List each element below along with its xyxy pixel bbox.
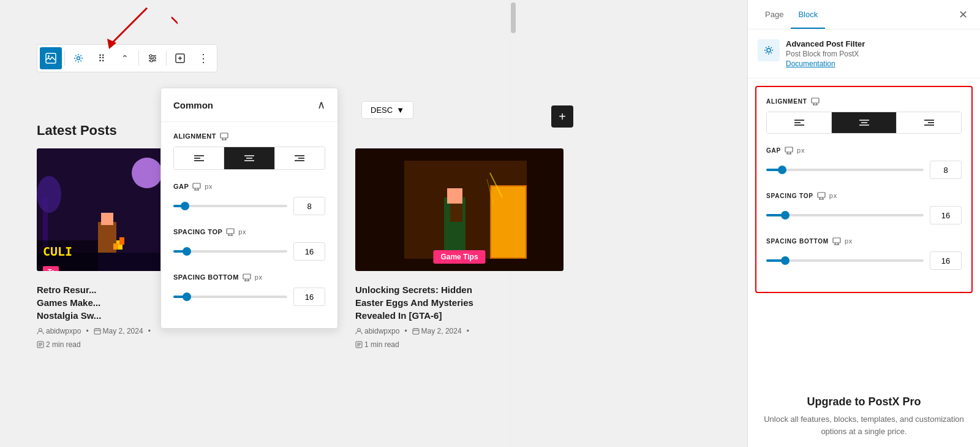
svg-line-0 — [172, 17, 178, 60]
plugin-name: Advanced Post Filter — [786, 39, 970, 48]
gap-label: GAP px — [173, 182, 325, 191]
svg-rect-68 — [193, 183, 200, 188]
sidebar-alignment-label: ALIGNMENT — [766, 97, 962, 105]
sidebar-gap-label: GAP px — [766, 146, 962, 155]
sidebar-gap-value[interactable]: 8 — [930, 161, 962, 179]
alignment-setting: ALIGNMENT — [173, 132, 325, 170]
svg-point-80 — [767, 48, 771, 52]
align-right-btn[interactable] — [275, 147, 325, 169]
scrollbar-thumb[interactable] — [511, 2, 516, 33]
svg-point-6 — [77, 57, 80, 60]
svg-rect-24 — [113, 243, 118, 250]
sidebar-spacing-bottom-slider-track — [766, 259, 924, 262]
upgrade-desc: Unlock all features, blocks, templates, … — [758, 413, 970, 437]
sidebar-gap-slider-thumb[interactable] — [778, 166, 786, 174]
alignment-buttons — [173, 147, 325, 170]
svg-line-2 — [110, 8, 147, 45]
toolbar-divider-1 — [64, 51, 65, 66]
monitor-icon-spacing-top — [226, 227, 235, 236]
sidebar-monitor-icon — [811, 97, 820, 105]
sidebar-alignment-setting: ALIGNMENT — [766, 97, 962, 134]
sidebar-gap-slider-track — [766, 169, 924, 171]
sidebar-spacing-top-setting: SPACING TOP px 16 — [766, 191, 962, 224]
svg-rect-23 — [119, 237, 124, 245]
sidebar-gap-slider-row: 8 — [766, 161, 962, 179]
sidebar-gap-setting: GAP px 8 — [766, 146, 962, 179]
plugin-docs-link[interactable]: Documentation — [786, 59, 970, 68]
spacing-bottom-slider-track — [173, 296, 287, 298]
svg-rect-94 — [785, 147, 793, 152]
desc-sort-btn[interactable]: DESC ▼ — [361, 101, 413, 119]
sidebar-spacing-bottom-slider-thumb[interactable] — [781, 256, 790, 265]
gap-slider-thumb[interactable] — [181, 202, 189, 210]
sidebar-monitor-icon-sb — [832, 237, 841, 245]
post-author-2: abidwpxpo — [355, 327, 399, 335]
align-left-btn[interactable] — [174, 147, 224, 169]
align-center-btn[interactable] — [224, 147, 274, 169]
spacing-bottom-slider-row: 16 — [173, 288, 325, 306]
svg-rect-40 — [491, 186, 526, 258]
sidebar-spacing-bottom-slider-row: 16 — [766, 251, 962, 270]
svg-rect-76 — [243, 274, 251, 279]
svg-rect-81 — [812, 98, 819, 103]
plugin-info: Advanced Post Filter Post Block from Pos… — [748, 29, 980, 78]
alignment-label: ALIGNMENT — [173, 132, 325, 140]
upgrade-section: Upgrade to PostX Pro Unlock all features… — [748, 386, 980, 447]
post-card-2: Game Tips Unlocking Secrets: HiddenEaste… — [355, 148, 502, 349]
sidebar-align-right-btn[interactable] — [897, 112, 961, 133]
spacing-top-setting: SPACING TOP px 16 — [173, 227, 325, 261]
spacing-top-slider-row: 16 — [173, 242, 325, 261]
spacing-bottom-value[interactable]: 16 — [293, 288, 325, 306]
spacing-bottom-setting: SPACING BOTTOM px 16 — [173, 273, 325, 306]
upgrade-title: Upgrade to PostX Pro — [758, 395, 970, 408]
spacing-bottom-label: SPACING BOTTOM px — [173, 273, 325, 281]
sidebar-close-btn[interactable]: ✕ — [956, 6, 970, 24]
post-date-1: May 2, 2024 — [94, 327, 143, 335]
main-content: ⠿ ⌃ ⋮ DESC — [0, 0, 747, 447]
plugin-icon — [758, 39, 780, 61]
tab-block[interactable]: Block — [791, 1, 825, 29]
post-meta-2: abidwpxpo • May 2, 2024 • 1 min read — [355, 327, 502, 349]
post-author-1: abidwpxpo — [37, 327, 81, 335]
svg-rect-21 — [101, 213, 113, 225]
spacing-top-slider-thumb[interactable] — [183, 247, 191, 256]
post-meta-1: abidwpxpo • May 2, 2024 • 2 min read — [37, 327, 184, 349]
common-panel-body: ALIGNMENT — [161, 122, 337, 328]
post-badge-1: Tr — [43, 266, 59, 271]
sidebar-monitor-icon-gap — [785, 146, 793, 155]
toolbar-more-btn[interactable]: ⋮ — [192, 47, 214, 69]
monitor-icon-spacing-bottom — [243, 273, 251, 281]
sidebar-spacing-top-slider-thumb[interactable] — [781, 211, 790, 220]
post-readtime-1: 2 min read — [37, 340, 81, 349]
sidebar-spacing-bottom-value[interactable]: 16 — [930, 251, 962, 270]
gap-value[interactable]: 8 — [293, 197, 325, 215]
toolbar-settings-btn[interactable] — [67, 47, 89, 69]
plugin-desc: Post Block from PostX — [786, 50, 970, 58]
sidebar-spacing-top-value[interactable]: 16 — [930, 206, 962, 224]
sidebar-spacing-bottom-setting: SPACING BOTTOM px 16 — [766, 237, 962, 270]
svg-rect-98 — [818, 193, 825, 197]
tab-page[interactable]: Page — [758, 1, 791, 29]
spacing-top-label: SPACING TOP px — [173, 227, 325, 236]
common-panel-collapse-btn[interactable]: ∧ — [317, 98, 325, 112]
toolbar-image-btn[interactable] — [40, 47, 62, 69]
monitor-icon — [220, 132, 228, 140]
post-image-2: Game Tips — [355, 148, 564, 271]
post-title-2: Unlocking Secrets: HiddenEaster Eggs And… — [355, 283, 564, 322]
sidebar-align-left-btn[interactable] — [767, 112, 832, 133]
spacing-top-value[interactable]: 16 — [293, 242, 325, 261]
sidebar-align-center-btn[interactable] — [832, 112, 897, 133]
post-readtime-2: 1 min read — [355, 340, 399, 349]
common-panel: Common ∧ ALIGNMENT — [160, 88, 338, 329]
svg-rect-42 — [447, 188, 462, 204]
sidebar-settings-panel: ALIGNMENT — [755, 86, 973, 293]
svg-point-19 — [37, 176, 61, 213]
common-panel-title: Common — [173, 100, 213, 110]
sidebar-tabs: Page Block ✕ — [748, 0, 980, 29]
svg-rect-102 — [833, 238, 840, 243]
posts-grid: CULI Tr Retro Resur...Games Make...Nosta… — [37, 148, 747, 349]
gap-setting: GAP px 8 — [173, 182, 325, 215]
sidebar-alignment-buttons — [766, 112, 962, 134]
spacing-bottom-slider-thumb[interactable] — [183, 292, 191, 301]
posts-area: Latest Posts — [37, 123, 747, 447]
